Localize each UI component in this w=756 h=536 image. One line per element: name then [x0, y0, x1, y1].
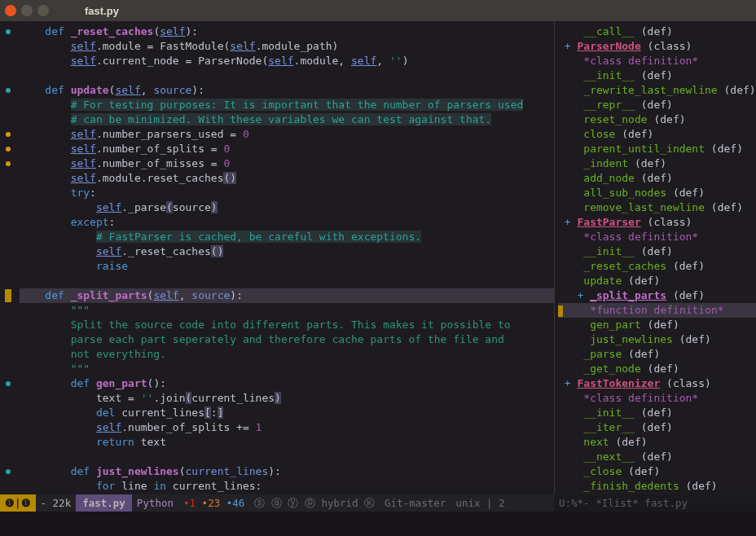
code-line[interactable]: self.number_of_splits += 1: [20, 420, 554, 435]
flycheck-indicators: •1 •23 •46: [178, 494, 249, 512]
echo-area: [0, 512, 756, 536]
outline-item[interactable]: _parse (def): [558, 347, 756, 362]
outline-item[interactable]: __init__ (def): [558, 406, 756, 420]
window-number: ❶|❶: [0, 494, 36, 512]
code-line[interactable]: self.module = FastModule(self.module_pat…: [20, 39, 554, 54]
code-line[interactable]: return text: [20, 435, 554, 450]
code-line[interactable]: parse each part seperately and therefore…: [20, 332, 554, 347]
vc-branch: Git-master: [380, 494, 451, 512]
window-titlebar: fast.py: [0, 0, 756, 21]
code-line[interactable]: [20, 68, 554, 83]
editor-pane[interactable]: def _reset_caches(self): self.module = F…: [0, 21, 554, 494]
code-line[interactable]: text = ''.join(current_lines): [20, 391, 554, 406]
outline-item[interactable]: just_newlines (def): [558, 332, 756, 347]
code-line[interactable]: """: [20, 362, 554, 376]
code-line[interactable]: try:: [20, 186, 554, 200]
window-title: fast.py: [85, 5, 119, 17]
code-buffer[interactable]: def _reset_caches(self): self.module = F…: [16, 21, 554, 494]
outline-item[interactable]: __next__ (def): [558, 450, 756, 464]
outline-item[interactable]: close (def): [558, 127, 756, 142]
buffer-size: - 22k: [36, 494, 77, 512]
outline-item[interactable]: _close (def): [558, 464, 756, 479]
outline-item[interactable]: reset_node (def): [558, 112, 756, 127]
outline-item[interactable]: *class definition*: [558, 391, 756, 406]
outline-item[interactable]: _indent (def): [558, 156, 756, 171]
code-line[interactable]: del current_lines[:]: [20, 406, 554, 420]
outline-item[interactable]: gen_part (def): [558, 318, 756, 332]
code-line[interactable]: except:: [20, 215, 554, 230]
code-line[interactable]: # can be minimized. With these variables…: [20, 112, 554, 127]
major-mode[interactable]: Python: [132, 494, 178, 512]
modeline: ❶|❶ - 22k fast.py Python •1 •23 •46 ⓢ ⓐ …: [0, 494, 756, 512]
outline-item[interactable]: parent_until_indent (def): [558, 142, 756, 156]
outline-item[interactable]: *class definition*: [558, 230, 756, 244]
code-line[interactable]: Split the source code into different par…: [20, 318, 554, 332]
outline-item[interactable]: __init__ (def): [558, 68, 756, 83]
close-icon[interactable]: [5, 5, 16, 16]
outline-item[interactable]: _reset_caches (def): [558, 259, 756, 274]
code-line[interactable]: [20, 274, 554, 288]
main-area: def _reset_caches(self): self.module = F…: [0, 21, 756, 494]
code-line[interactable]: self._reset_caches(): [20, 244, 554, 259]
code-line[interactable]: self.current_node = ParserNode(self.modu…: [20, 54, 554, 68]
outline-item[interactable]: + _split_parts (def): [558, 288, 756, 303]
outline-item[interactable]: _get_node (def): [558, 362, 756, 376]
outline-item[interactable]: remove_last_newline (def): [558, 200, 756, 215]
outline-item[interactable]: + FastParser (class): [558, 215, 756, 230]
outline-item[interactable]: update (def): [558, 274, 756, 288]
code-line[interactable]: self.number_parsers_used = 0: [20, 127, 554, 142]
outline-item[interactable]: __repr__ (def): [558, 98, 756, 112]
minor-modes: ⓢ ⓐ ⓨ ⓟ hybrid Ⓚ: [249, 494, 380, 512]
code-line[interactable]: """: [20, 303, 554, 318]
code-line[interactable]: self.number_of_splits = 0: [20, 142, 554, 156]
code-line[interactable]: self.number_of_misses = 0: [20, 156, 554, 171]
outline-item[interactable]: next (def): [558, 435, 756, 450]
outline-item[interactable]: _rewrite_last_newline (def): [558, 83, 756, 98]
outline-cursor-mark: [558, 305, 563, 317]
outline-item[interactable]: __iter__ (def): [558, 420, 756, 435]
code-line[interactable]: def gen_part():: [20, 376, 554, 391]
modeline-left: ❶|❶ - 22k fast.py Python •1 •23 •46 ⓢ ⓐ …: [0, 494, 554, 512]
code-line[interactable]: not everything.: [20, 347, 554, 362]
outline-sidebar[interactable]: __call__ (def) + ParserNode (class) *cla…: [554, 21, 756, 494]
outline-item[interactable]: + FastTokenizer (class): [558, 376, 756, 391]
code-line[interactable]: for line in current_lines:: [20, 479, 554, 494]
outline-item[interactable]: *class definition*: [558, 54, 756, 68]
outline-item[interactable]: _finish_dedents (def): [558, 479, 756, 494]
maximize-icon[interactable]: [37, 5, 49, 16]
outline-item[interactable]: __init__ (def): [558, 244, 756, 259]
buffer-name[interactable]: fast.py: [76, 494, 132, 512]
minimize-icon[interactable]: [21, 5, 33, 16]
code-line[interactable]: def just_newlines(current_lines):: [20, 464, 554, 479]
encoding: unix | 2: [451, 494, 509, 512]
modeline-right: U:%*- *Ilist* fast.py: [554, 494, 756, 512]
outline-item[interactable]: __call__ (def): [558, 24, 756, 39]
code-line[interactable]: self.module.reset_caches(): [20, 171, 554, 186]
code-line[interactable]: [20, 450, 554, 464]
code-line[interactable]: def _split_parts(self, source):: [20, 288, 554, 303]
code-line[interactable]: # FastParser is cached, be careful with …: [20, 230, 554, 244]
code-line[interactable]: def _reset_caches(self):: [20, 24, 554, 39]
code-line[interactable]: def update(self, source):: [20, 83, 554, 98]
outline-item[interactable]: *function definition*: [558, 303, 756, 318]
code-line[interactable]: self._parse(source): [20, 200, 554, 215]
gutter: [0, 21, 16, 494]
code-line[interactable]: # For testing purposes: It is important …: [20, 98, 554, 112]
outline-item[interactable]: + ParserNode (class): [558, 39, 756, 54]
code-line[interactable]: raise: [20, 259, 554, 274]
outline-item[interactable]: add_node (def): [558, 171, 756, 186]
outline-item[interactable]: all_sub_nodes (def): [558, 186, 756, 200]
